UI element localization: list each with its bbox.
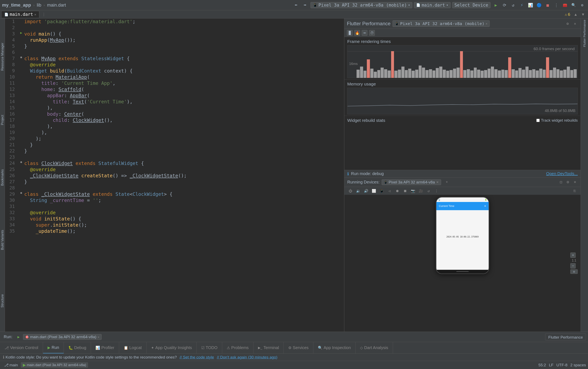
frame-bar xyxy=(450,70,453,78)
widget-rebuild-title-row: Widget rebuild stats Track widget rebuil… xyxy=(347,118,578,123)
editor-down-btn[interactable]: ▼ xyxy=(579,11,587,18)
running-device-close[interactable]: ✕ xyxy=(436,180,439,184)
bookmarks-label[interactable]: Bookmarks xyxy=(1,168,4,187)
record-btn[interactable]: ⏺ xyxy=(394,188,400,194)
profile-btn[interactable]: 📊 xyxy=(527,1,534,9)
phone-close-icon: ✕ xyxy=(484,205,486,208)
build-variants-label[interactable]: Build Variants xyxy=(1,229,4,251)
tab-version-control[interactable]: ⎇ Version Control xyxy=(0,342,43,353)
run-btn[interactable]: ▶ xyxy=(492,1,500,9)
resource-manager-label[interactable]: Resource Manager xyxy=(1,41,4,72)
zoom-in-btn[interactable]: + xyxy=(570,252,576,258)
zoom-out-btn[interactable]: − xyxy=(570,263,576,269)
rd-settings-btn[interactable]: ⚙ xyxy=(565,179,571,185)
structure-label[interactable]: Structure xyxy=(1,293,4,309)
more-dc-btn[interactable]: ⋮ xyxy=(433,188,440,194)
run-bar-run-btn[interactable]: ▶ xyxy=(15,333,22,341)
volume-up-btn[interactable]: 🔊 xyxy=(363,188,369,194)
notification-action2[interactable]: // Don't ask again (30 minutes ago) xyxy=(217,355,277,359)
cast-btn[interactable]: ⎘ xyxy=(572,188,578,194)
line-sep-label: LF xyxy=(549,363,553,367)
fp-close-btn[interactable]: ✕ xyxy=(572,20,578,27)
running-device-name: Pixel 3a API 32 arm64-v8a xyxy=(389,180,435,184)
tab-terminal[interactable]: ▶_ Terminal xyxy=(253,342,284,353)
zoom-controls: + 1:1 − ⊡ xyxy=(570,252,578,274)
select-device-btn[interactable]: Select Device xyxy=(452,2,491,8)
screenshot-btn[interactable]: 📷 xyxy=(410,188,416,194)
flutter-performance-tab-label[interactable]: Flutter Performance xyxy=(548,335,583,339)
fp-device-close[interactable]: ✕ xyxy=(485,22,487,25)
code-editor[interactable]: 1 import 'package:flutter/material.dart'… xyxy=(5,19,344,332)
flame-chart-btn[interactable]: 🔥 xyxy=(354,30,360,36)
timeline-btn[interactable]: ━ xyxy=(362,30,368,36)
sdk-manager-btn[interactable]: 🧰 xyxy=(561,1,569,9)
file-tab-pill[interactable]: 📄 main.dart ▾ xyxy=(414,2,450,8)
rd-expand-btn[interactable]: ⊡ xyxy=(558,179,564,185)
file-tab-main[interactable]: 📄 main.dart ✕ xyxy=(1,11,39,18)
notification-action1[interactable]: // Set the code style xyxy=(180,355,214,359)
tab-options-btn[interactable]: ⋮ xyxy=(40,11,48,18)
frame-bar xyxy=(384,69,387,78)
nav-back-btn[interactable]: ⬅ xyxy=(292,1,300,9)
debug-tab-icon: 🐛 xyxy=(68,346,73,350)
frame-bar xyxy=(412,71,415,78)
open-devtools-btn[interactable]: Open DevTools... xyxy=(546,171,578,176)
bar-chart-btn[interactable]: ▐▌ xyxy=(347,30,353,36)
reload-btn[interactable]: ⟳ xyxy=(501,1,508,9)
rd-close-btn[interactable]: ✕ xyxy=(572,179,578,185)
camera-btn[interactable]: 🎥 xyxy=(418,188,424,194)
tab-app-inspection[interactable]: 🔍 App Inspection xyxy=(313,342,356,353)
reset-btn[interactable]: ↺ xyxy=(425,188,432,194)
flutter-perf-edge-label[interactable]: Flutter Performance xyxy=(583,19,586,48)
toolbar-actions: ▶ ⟳ ↺ ⚡ 📊 🔵 ■ ⋮ 🧰 🔍 ⚙ xyxy=(492,1,586,9)
frame-bar xyxy=(419,66,422,78)
frame-rendering-section: Frame rendering times 60.0 frames per se… xyxy=(344,37,581,80)
editor-up-btn[interactable]: ▲ xyxy=(572,11,579,18)
tab-services[interactable]: ⚙ Services xyxy=(284,342,313,353)
phone-home-bar xyxy=(436,270,489,273)
settings-btn[interactable]: ⚙ xyxy=(578,1,586,9)
tab-run[interactable]: ▶ Run xyxy=(43,342,64,353)
tab-problems[interactable]: ⚠ Problems xyxy=(222,342,253,353)
clock-btn[interactable]: ⏱ xyxy=(369,30,375,36)
tab-logcat[interactable]: 📋 Logcat xyxy=(119,342,147,353)
hot-restart-btn[interactable]: ↺ xyxy=(509,1,517,9)
rotate-btn[interactable]: ⬜ xyxy=(371,188,377,194)
debug-btn[interactable]: ⚡ xyxy=(518,1,525,9)
search-top-btn[interactable]: 🔍 xyxy=(570,1,577,9)
run-status-btn[interactable]: ▶ main.dart (Pixel 3a API 32 arm64-v8a) xyxy=(21,362,88,368)
frame-bar xyxy=(494,69,497,78)
nav-forward-btn[interactable]: ➡ xyxy=(301,1,309,9)
tab-todo[interactable]: ☑ TODO xyxy=(197,342,222,353)
power-btn[interactable]: ⏻ xyxy=(347,188,353,194)
stop-record-btn[interactable]: ⏹ xyxy=(402,188,408,194)
volume-down-btn[interactable]: 🔉 xyxy=(355,188,361,194)
frame-bar xyxy=(570,70,573,78)
fp-settings-btn[interactable]: ⚙ xyxy=(565,20,571,27)
git-branch-btn[interactable]: ⎇ main xyxy=(2,362,20,368)
more-btn[interactable]: ⋮ xyxy=(553,1,560,9)
widget-rebuild-section: Widget rebuild stats Track widget rebuil… xyxy=(344,116,581,127)
file-tab-close[interactable]: ✕ xyxy=(34,12,36,16)
phone-mockup: 📡 🔋 Current Time ✕ 2024-05-05 18:06:22.3… xyxy=(436,197,489,274)
tab-profiler[interactable]: 📊 Profiler xyxy=(91,342,119,353)
zoom-fit-btn[interactable]: ⊡ xyxy=(570,269,578,274)
tab-dart-analysis[interactable]: ◇ Dart Analysis xyxy=(356,342,393,353)
coverage-btn[interactable]: 🔵 xyxy=(535,1,543,9)
track-checkbox[interactable]: Track widget rebuilds xyxy=(536,118,578,123)
tab-app-quality[interactable]: ✦ App Quality Insights xyxy=(147,342,197,353)
fold-btn[interactable]: 📱 xyxy=(378,188,385,194)
todo-tab-icon: ☑ xyxy=(201,346,204,350)
fp-device-tab[interactable]: 📱 Pixel 3a API 32 arm64-v8a (mobile) ✕ xyxy=(393,20,490,27)
run-task-close[interactable]: ✕ xyxy=(97,335,99,339)
track-checkbox-input[interactable] xyxy=(536,119,540,122)
project-label[interactable]: Project xyxy=(1,114,4,126)
tab-debug[interactable]: 🐛 Debug xyxy=(64,342,91,353)
device-selector[interactable]: 📱 Pixel 3a API 32 arm64-v8a (mobile) ▾ xyxy=(310,2,412,8)
frame-bar xyxy=(484,70,487,78)
back-btn[interactable]: ◁ xyxy=(386,188,393,194)
add-device-btn[interactable]: + xyxy=(443,179,451,186)
stop-btn[interactable]: ■ xyxy=(544,1,551,9)
code-line-8: 8 @override xyxy=(5,62,344,68)
frame-bar xyxy=(415,70,418,78)
